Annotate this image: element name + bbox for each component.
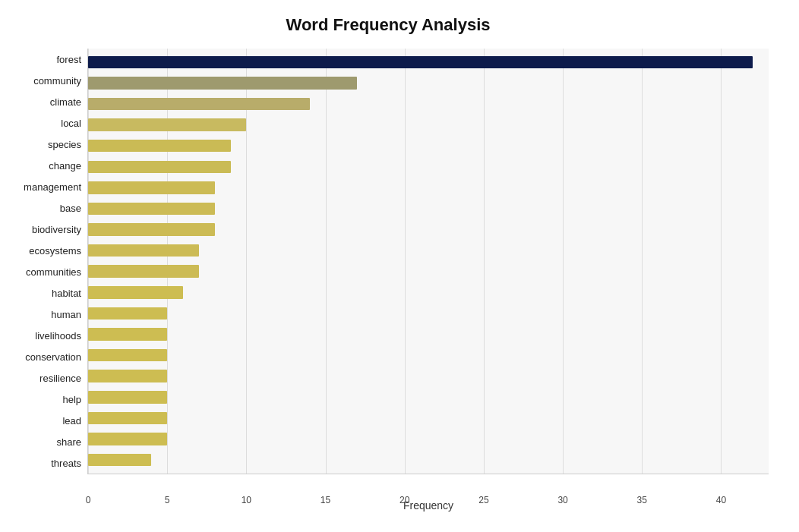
bars-area bbox=[88, 49, 769, 474]
y-label-change: change bbox=[49, 161, 81, 171]
bar-local bbox=[88, 118, 246, 131]
y-label-management: management bbox=[24, 182, 81, 192]
x-tick-5: 5 bbox=[165, 495, 170, 505]
bar-row-base bbox=[88, 198, 769, 219]
bar-communities bbox=[88, 265, 199, 278]
y-label-forest: forest bbox=[56, 55, 81, 65]
bar-human bbox=[88, 307, 167, 320]
bar-species bbox=[88, 140, 231, 153]
y-label-biodiversity: biodiversity bbox=[32, 225, 81, 235]
y-label-community: community bbox=[33, 76, 81, 86]
bar-row-communities bbox=[88, 261, 769, 282]
bar-row-threats bbox=[88, 449, 769, 471]
bar-livelihoods bbox=[88, 328, 167, 341]
bar-row-biodiversity bbox=[88, 219, 769, 241]
bar-habitat bbox=[88, 286, 183, 299]
bar-share bbox=[88, 433, 167, 445]
plot-area: 0510152025303540 Frequency bbox=[87, 49, 769, 474]
bar-row-ecosystems bbox=[88, 240, 769, 261]
y-labels: forestcommunityclimatelocalspecieschange… bbox=[8, 49, 87, 474]
bar-row-lead bbox=[88, 408, 769, 429]
chart-container: Word Frequency Analysis forestcommunityc… bbox=[0, 0, 799, 532]
chart-title: Word Frequency Analysis bbox=[8, 15, 769, 35]
y-label-communities: communities bbox=[26, 267, 81, 277]
y-label-threats: threats bbox=[51, 458, 81, 468]
bar-row-community bbox=[88, 73, 769, 94]
x-tick-40: 40 bbox=[716, 495, 726, 505]
x-tick-10: 10 bbox=[242, 495, 251, 505]
y-label-livelihoods: livelihoods bbox=[35, 331, 81, 341]
x-axis-title: Frequency bbox=[403, 499, 453, 512]
bar-community bbox=[88, 77, 357, 90]
bar-row-livelihoods bbox=[88, 324, 769, 345]
bar-row-management bbox=[88, 178, 769, 199]
y-label-habitat: habitat bbox=[52, 288, 81, 298]
y-label-share: share bbox=[56, 437, 81, 447]
bar-row-habitat bbox=[88, 282, 769, 304]
bar-help bbox=[88, 391, 167, 404]
y-label-conservation: conservation bbox=[25, 352, 81, 362]
bar-row-resilience bbox=[88, 366, 769, 387]
bar-row-share bbox=[88, 429, 769, 450]
y-label-help: help bbox=[62, 395, 81, 405]
y-label-resilience: resilience bbox=[39, 373, 81, 383]
y-label-climate: climate bbox=[50, 97, 81, 107]
y-label-lead: lead bbox=[62, 416, 81, 426]
bar-resilience bbox=[88, 370, 167, 382]
y-label-species: species bbox=[48, 140, 81, 150]
chart-area: forestcommunityclimatelocalspecieschange… bbox=[8, 49, 769, 474]
x-tick-35: 35 bbox=[637, 495, 647, 505]
bar-row-local bbox=[88, 115, 769, 136]
x-tick-15: 15 bbox=[321, 495, 330, 505]
bar-row-human bbox=[88, 303, 769, 324]
y-label-human: human bbox=[51, 310, 81, 320]
bar-base bbox=[88, 203, 215, 216]
bar-lead bbox=[88, 412, 167, 425]
bar-management bbox=[88, 181, 215, 194]
bar-forest bbox=[88, 56, 753, 69]
bar-change bbox=[88, 161, 231, 174]
bar-climate bbox=[88, 98, 310, 111]
y-label-local: local bbox=[61, 118, 81, 128]
bar-row-help bbox=[88, 387, 769, 408]
bar-row-conservation bbox=[88, 345, 769, 366]
y-label-base: base bbox=[60, 203, 81, 213]
bar-conservation bbox=[88, 349, 167, 362]
bar-threats bbox=[88, 454, 151, 467]
x-tick-0: 0 bbox=[86, 495, 91, 505]
bar-biodiversity bbox=[88, 223, 215, 236]
x-tick-25: 25 bbox=[478, 495, 488, 505]
bar-ecosystems bbox=[88, 244, 199, 257]
bar-row-species bbox=[88, 135, 769, 156]
x-tick-30: 30 bbox=[557, 495, 567, 505]
bar-row-climate bbox=[88, 93, 769, 115]
bar-row-change bbox=[88, 156, 769, 178]
bar-row-forest bbox=[88, 52, 769, 73]
y-label-ecosystems: ecosystems bbox=[29, 246, 81, 256]
